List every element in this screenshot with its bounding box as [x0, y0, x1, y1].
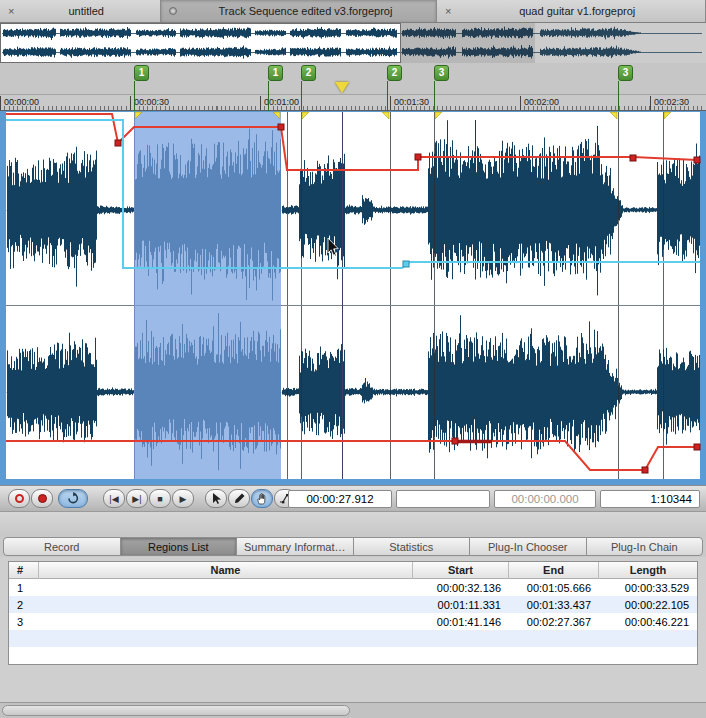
record-arm-icon — [15, 494, 24, 503]
marker-flag[interactable]: 3 — [434, 65, 449, 81]
edit-tool-button[interactable] — [205, 489, 227, 508]
marker-flag[interactable]: 1 — [134, 65, 149, 81]
pencil-tool-button[interactable] — [228, 489, 250, 508]
length-field[interactable]: 00:00:00.000 — [494, 490, 596, 508]
tab-quad-guitar[interactable]: × quad guitar v1.forgeproj — [437, 0, 706, 22]
panel-splitter[interactable] — [0, 511, 706, 536]
go-start-icon: |◀ — [109, 494, 118, 504]
zoom-ratio-field[interactable]: 1:10344 — [600, 490, 700, 508]
close-icon[interactable]: × — [8, 6, 14, 17]
panel-tabbar: Record Regions List Summary Informat… St… — [0, 536, 706, 557]
stop-button[interactable]: ■ — [149, 489, 171, 508]
tab-title: Track Sequence edited v3.forgeproj — [183, 5, 428, 17]
waveform-canvas[interactable] — [0, 111, 706, 485]
loop-playback-button[interactable] — [58, 489, 88, 508]
horizontal-scrollbar[interactable] — [0, 702, 706, 718]
time-ruler[interactable]: 00:00:00 00:00:30 00:01:00 00:01:30 00:0… — [0, 95, 706, 111]
marker-flag[interactable]: 2 — [301, 65, 316, 81]
panel-tab-plugin-chooser[interactable]: Plug-In Chooser — [469, 537, 587, 556]
tab-title: quad guitar v1.forgeproj — [457, 5, 697, 17]
overview-waveform[interactable] — [0, 23, 706, 63]
tab-track-sequence[interactable]: Track Sequence edited v3.forgeproj — [161, 0, 437, 22]
cursor-tool-icon — [210, 492, 223, 505]
regions-table: # Name Start End Length 1 00:00:32.136 0… — [8, 561, 698, 665]
tab-untitled[interactable]: × untitled — [0, 0, 161, 22]
table-header[interactable]: # Name Start End Length — [9, 562, 697, 579]
ruler-label: 00:02:30 — [650, 96, 689, 110]
record-arm-button[interactable] — [8, 489, 30, 508]
overview-strip[interactable] — [0, 23, 706, 63]
ruler-label: 00:01:00 — [260, 96, 299, 110]
waveform-display[interactable] — [0, 111, 706, 485]
regions-panel: # Name Start End Length 1 00:00:32.136 0… — [0, 557, 706, 702]
close-icon[interactable]: × — [445, 6, 451, 17]
pencil-tool-icon — [233, 492, 246, 505]
column-header-start[interactable]: Start — [413, 562, 509, 579]
selection-field[interactable] — [396, 490, 490, 508]
go-to-end-button[interactable]: ▶| — [126, 489, 148, 508]
column-header-number[interactable]: # — [9, 562, 39, 579]
hand-tool-button[interactable] — [251, 489, 273, 508]
panel-tab-summary-information[interactable]: Summary Informat… — [236, 537, 354, 556]
hand-tool-icon — [256, 492, 269, 505]
table-row[interactable]: 1 00:00:32.136 00:01:05.666 00:00:33.529 — [9, 579, 697, 596]
column-header-name[interactable]: Name — [39, 562, 413, 579]
table-row[interactable]: 2 00:01:11.331 00:01:33.437 00:00:22.105 — [9, 596, 697, 613]
stop-icon: ■ — [157, 494, 162, 504]
position-field[interactable]: 00:00:27.912 — [288, 490, 392, 508]
loop-icon — [66, 492, 80, 505]
marker-flag[interactable]: 2 — [387, 65, 402, 81]
ruler-label: 00:00:00 — [0, 96, 39, 110]
table-row-empty[interactable] — [9, 630, 697, 647]
tab-title: untitled — [20, 5, 152, 17]
panel-tab-plugin-chain[interactable]: Plug-In Chain — [586, 537, 704, 556]
playback-cursor-marker-icon[interactable] — [335, 82, 349, 93]
ruler-label: 00:00:30 — [130, 96, 169, 110]
record-button[interactable] — [31, 489, 53, 508]
modified-dot-icon — [169, 7, 177, 15]
column-header-end[interactable]: End — [509, 562, 599, 579]
table-row[interactable]: 3 00:01:41.146 00:02:27.367 00:00:46.221 — [9, 613, 697, 630]
panel-tab-record[interactable]: Record — [3, 537, 121, 556]
ruler-label: 00:01:30 — [390, 96, 429, 110]
audio-editor-window: × untitled Track Sequence edited v3.forg… — [0, 0, 706, 718]
panel-tab-statistics[interactable]: Statistics — [353, 537, 471, 556]
table-row-empty[interactable] — [9, 647, 697, 664]
go-to-start-button[interactable]: |◀ — [103, 489, 125, 508]
record-icon — [38, 494, 47, 503]
marker-flag[interactable]: 1 — [268, 65, 283, 81]
column-header-length[interactable]: Length — [599, 562, 697, 579]
play-icon: ▶ — [180, 494, 187, 504]
go-end-icon: ▶| — [132, 494, 141, 504]
marker-flag[interactable]: 3 — [618, 65, 633, 81]
document-tabbar: × untitled Track Sequence edited v3.forg… — [0, 0, 706, 23]
scrollbar-thumb[interactable] — [2, 705, 350, 716]
transport-bar: |◀ ▶| ■ ▶ 00:00:27.912 00:00:00. — [0, 485, 706, 511]
play-button[interactable]: ▶ — [172, 489, 194, 508]
marker-lane[interactable]: 1 1 2 2 3 3 — [0, 63, 706, 95]
panel-tab-regions-list[interactable]: Regions List — [120, 537, 238, 556]
ruler-label: 00:02:00 — [520, 96, 559, 110]
